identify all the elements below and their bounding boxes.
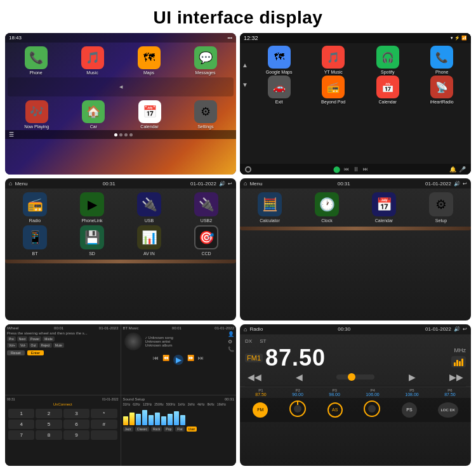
radio-band-btn[interactable]: FM1 xyxy=(245,354,263,362)
menu-radio[interactable]: 📻 Radio xyxy=(8,192,62,223)
menu-calculator[interactable]: 🧮 Calculator xyxy=(242,192,297,223)
preset-4[interactable]: P4 106.00 xyxy=(366,388,379,397)
aa-play-btn[interactable]: ⏸ xyxy=(353,166,359,173)
btn-power[interactable]: Power xyxy=(29,336,41,341)
preset-5[interactable]: P5 108.00 xyxy=(405,388,418,397)
preset-3[interactable]: P3 98.00 xyxy=(329,388,340,397)
menu-setup[interactable]: ⚙ Setup xyxy=(414,192,468,223)
aa-app-ytmusic[interactable]: 🎵 YT Music xyxy=(307,46,360,74)
aa-app-spotify[interactable]: 🎧 Spotify xyxy=(361,46,414,74)
radio-seek-thumb[interactable] xyxy=(348,373,355,381)
num-hash[interactable]: # xyxy=(91,420,117,429)
num-7[interactable]: 7 xyxy=(8,430,34,440)
volume-icon-2: 🔊 xyxy=(454,181,460,187)
aa-app-exit[interactable]: 🚗 Exit xyxy=(253,76,306,104)
menu-avin[interactable]: 📊 AV IN xyxy=(122,225,176,256)
bt-ff[interactable]: ⏩ xyxy=(187,355,194,365)
eq-freqs: 31Hz 62Hz 125Hz 250Hz 500Hz 1kHz 2kHz 4k… xyxy=(123,402,235,406)
bt-rew[interactable]: ⏪ xyxy=(162,355,169,365)
back-icon-2[interactable]: ↩ xyxy=(463,181,467,187)
menu-bt[interactable]: 📱 BT xyxy=(8,225,62,256)
btn-next[interactable]: Next xyxy=(17,336,27,341)
aa-app-calendar[interactable]: 📅 Calendar xyxy=(361,76,414,104)
app-messages[interactable]: 💬 Messages xyxy=(194,46,217,75)
btn-out[interactable]: Out xyxy=(29,343,38,348)
app-calendar[interactable]: 📅 Calendar xyxy=(138,100,161,129)
radio-screen: ⌂ Radio 00:30 01-01-2022 🔊 ↩ DX ST FM1 xyxy=(240,324,471,466)
page-title: UI interface display xyxy=(0,0,476,33)
aa-prev-btn[interactable]: ⏮ xyxy=(344,166,349,172)
app-phone[interactable]: 📞 Phone xyxy=(25,46,48,75)
btn-enter[interactable]: Enter xyxy=(27,350,44,355)
menu-right-header: ⌂ Menu 00:31 01-01-2022 🔊 ↩ xyxy=(240,178,471,188)
aa-home-btn[interactable] xyxy=(245,166,251,173)
menu-usb[interactable]: 🔌 USB xyxy=(122,192,176,223)
eq-rock[interactable]: Rock xyxy=(151,426,162,432)
aa-app-beyondpod[interactable]: 📻 Beyond Pod xyxy=(307,76,360,104)
radio-back-icon[interactable]: ↩ xyxy=(463,326,467,332)
bt-person-icon: 👤 xyxy=(228,331,234,337)
preset-6[interactable]: P6 87.50 xyxy=(444,388,456,397)
radio-next-next[interactable]: ▶▶ xyxy=(449,372,463,382)
app-car[interactable]: 🏠 Car xyxy=(82,100,105,129)
aa-next-btn[interactable]: ⏭ xyxy=(363,166,368,172)
eq-classic[interactable]: Classic xyxy=(135,426,149,432)
radio-prev[interactable]: ◀ xyxy=(296,372,303,382)
num-4[interactable]: 4 xyxy=(8,420,34,429)
radio-btn-locdx[interactable]: LOC DX xyxy=(438,402,458,418)
sub-iwheel: iWheel 00:01 01-01-2022 Press the steeri… xyxy=(5,324,121,395)
bt-play[interactable]: ▶ xyxy=(173,355,183,365)
svg-point-1 xyxy=(294,405,301,413)
aa-app-googlemaps[interactable]: 🗺 Google Maps xyxy=(253,46,306,74)
num-5[interactable]: 5 xyxy=(36,420,62,429)
aa-status-icons: ▾ ⚡ 📶 xyxy=(451,36,467,41)
radio-dial xyxy=(289,400,307,420)
menu-ccd[interactable]: 🎯 CCD xyxy=(179,225,234,256)
aa-app-phone[interactable]: 📞 Phone xyxy=(415,46,468,74)
preset-2[interactable]: P2 90.00 xyxy=(292,388,303,397)
radio-btn-ps[interactable]: PS xyxy=(402,402,417,418)
btn-pre[interactable]: Pre xyxy=(7,336,16,341)
radio-header: ⌂ Radio 00:30 01-01-2022 🔊 ↩ xyxy=(240,324,471,334)
radio-prev-prev[interactable]: ◀◀ xyxy=(248,372,261,382)
app-now-playing[interactable]: 🎶 Now Playing xyxy=(24,100,49,129)
aa-mic-icon[interactable]: 🎤 xyxy=(459,166,466,173)
radio-btn-as[interactable]: AS xyxy=(327,402,343,418)
back-icon[interactable]: ↩ xyxy=(228,181,232,187)
menu-clock[interactable]: 🕐 Clock xyxy=(300,192,354,223)
menu-usb2[interactable]: 🔌 USB2 xyxy=(179,192,234,223)
eq-jazz[interactable]: Jazz xyxy=(123,426,133,432)
aa-arrow-down[interactable]: ▼ xyxy=(242,81,248,88)
sub-grid: iWheel 00:01 01-01-2022 Press the steeri… xyxy=(5,324,236,466)
app-music[interactable]: 🎵 Music xyxy=(81,46,104,75)
num-9[interactable]: 9 xyxy=(63,430,89,440)
eq-flat[interactable]: Flat xyxy=(175,426,184,432)
btn-mute[interactable]: Mute xyxy=(53,343,64,348)
btn-vol-up[interactable]: Vol+ xyxy=(7,343,17,348)
aa-app-iheartradio[interactable]: 📡 iHeartRadio xyxy=(415,76,468,104)
eq-bar-10 xyxy=(180,415,185,425)
num-3[interactable]: 3 xyxy=(63,409,89,418)
btn-mode[interactable]: Mode xyxy=(43,336,55,341)
app-maps[interactable]: 🗺 Maps xyxy=(138,46,161,75)
radio-btn-fm[interactable]: FM xyxy=(253,402,268,418)
app-settings[interactable]: ⚙ Settings xyxy=(194,100,217,129)
num-2[interactable]: 2 xyxy=(36,409,62,418)
eq-pop[interactable]: Pop xyxy=(164,426,173,432)
num-8[interactable]: 8 xyxy=(36,430,62,440)
num-6[interactable]: 6 xyxy=(63,420,89,429)
btn-reset[interactable]: Reset xyxy=(7,350,25,355)
menu-calendar[interactable]: 📅 Calendar xyxy=(357,192,411,223)
menu-phonelink[interactable]: ▶ PhoneLink xyxy=(65,192,119,223)
num-star[interactable]: * xyxy=(91,409,117,418)
radio-next[interactable]: ▶ xyxy=(409,372,416,382)
bt-prev[interactable]: ⏮ xyxy=(153,355,159,365)
preset-1[interactable]: P1 87.50 xyxy=(255,388,267,397)
aa-arrow-up[interactable]: ▲ xyxy=(242,62,248,69)
btn-vol-down[interactable]: Vol- xyxy=(18,343,28,348)
btn-reject[interactable]: Reject xyxy=(39,343,52,348)
bt-next[interactable]: ⏭ xyxy=(198,355,204,365)
eq-user[interactable]: User xyxy=(187,426,197,432)
num-1[interactable]: 1 xyxy=(8,409,34,418)
menu-sd[interactable]: 💾 SD xyxy=(65,225,119,256)
